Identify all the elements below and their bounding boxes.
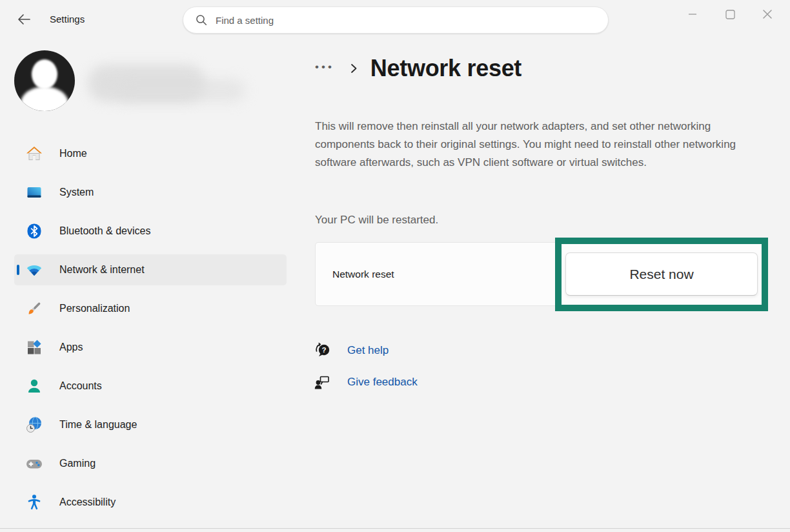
breadcrumb: ••• Network reset <box>315 54 522 83</box>
sidebar-item-home[interactable]: Home <box>14 138 287 169</box>
gaming-icon <box>26 455 43 472</box>
search-placeholder: Find a setting <box>216 15 274 26</box>
time-language-icon <box>26 416 43 433</box>
sidebar-item-label: Time & language <box>59 419 137 431</box>
sidebar-item-label: Bluetooth & devices <box>59 225 150 237</box>
user-avatar[interactable] <box>14 50 75 111</box>
bluetooth-icon <box>26 223 43 240</box>
sidebar-item-label: System <box>59 187 94 198</box>
system-icon <box>26 184 43 201</box>
sidebar-item-network-internet[interactable]: Network & internet <box>14 254 287 285</box>
sidebar-item-label: Personalization <box>59 303 130 314</box>
sidebar-item-gaming[interactable]: Gaming <box>14 448 287 479</box>
back-arrow-icon <box>17 13 31 26</box>
window-controls <box>674 0 786 28</box>
give-feedback-link[interactable]: Give feedback <box>347 376 418 389</box>
sidebar-item-system[interactable]: System <box>14 177 287 208</box>
sidebar-item-label: Accessibility <box>59 496 116 508</box>
breadcrumb-overflow-button[interactable]: ••• <box>315 61 334 76</box>
reset-now-button[interactable]: Reset now <box>565 252 758 296</box>
close-icon <box>762 9 773 19</box>
app-title: Settings <box>50 14 85 25</box>
sidebar-item-accounts[interactable]: Accounts <box>14 371 287 402</box>
sidebar-item-personalization[interactable]: Personalization <box>14 293 287 324</box>
sidebar-item-label: Gaming <box>59 458 96 469</box>
svg-text:?: ? <box>321 346 326 354</box>
sidebar-item-bluetooth[interactable]: Bluetooth & devices <box>14 216 287 247</box>
sidebar-item-label: Home <box>59 148 87 159</box>
close-button[interactable] <box>749 0 786 28</box>
chevron-right-icon <box>349 62 358 75</box>
home-icon <box>26 145 43 162</box>
accounts-icon <box>26 378 43 394</box>
settings-sidebar: Home System Bluetooth & devices <box>14 138 287 526</box>
give-feedback-icon <box>314 373 331 391</box>
maximize-button[interactable] <box>711 0 749 28</box>
sidebar-item-apps[interactable]: Apps <box>14 332 287 363</box>
search-input[interactable]: Find a setting <box>183 6 609 34</box>
minimize-icon <box>688 13 697 15</box>
personalization-icon <box>26 300 43 317</box>
page-description: This will remove then reinstall all your… <box>315 118 771 172</box>
sidebar-item-label: Apps <box>59 342 83 353</box>
avatar-silhouette <box>32 59 57 89</box>
get-help-row: ? Get help <box>314 342 389 359</box>
minimize-button[interactable] <box>674 0 711 28</box>
page-title: Network reset <box>370 55 522 82</box>
sidebar-item-time-language[interactable]: Time & language <box>14 409 287 440</box>
window-bottom-edge <box>0 528 790 529</box>
reset-card-label: Network reset <box>332 269 394 280</box>
get-help-icon: ? <box>314 342 331 359</box>
sidebar-item-accessibility[interactable]: Accessibility <box>14 487 287 518</box>
maximize-icon <box>725 10 735 19</box>
get-help-link[interactable]: Get help <box>347 344 389 357</box>
accessibility-icon <box>26 494 43 511</box>
give-feedback-row: Give feedback <box>314 373 418 391</box>
apps-icon <box>26 339 43 356</box>
restart-note: Your PC will be restarted. <box>315 214 438 227</box>
selected-accent-pill <box>17 265 19 275</box>
network-wifi-icon <box>26 261 43 278</box>
sidebar-item-label: Network & internet <box>59 264 145 276</box>
sidebar-item-label: Accounts <box>59 380 102 392</box>
search-icon <box>196 14 207 26</box>
back-button[interactable] <box>13 8 35 30</box>
